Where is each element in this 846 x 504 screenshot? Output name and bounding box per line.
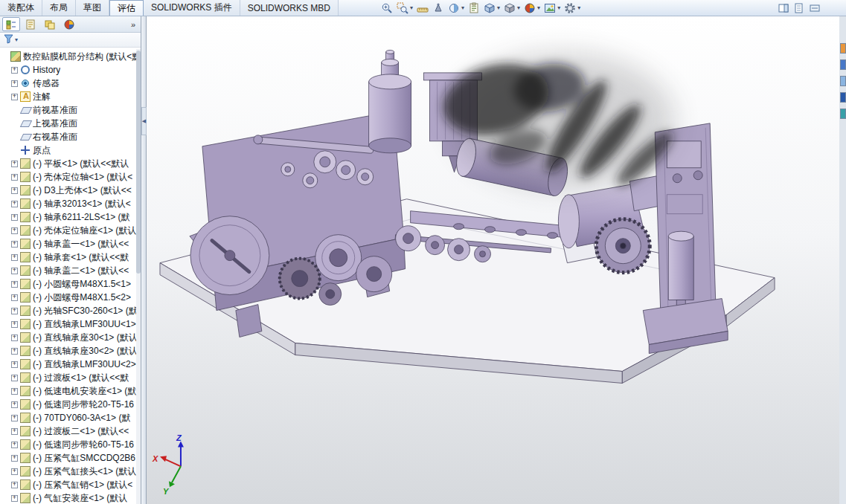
command-tab[interactable]: 布局 (42, 0, 76, 16)
tree-item[interactable]: (-) 轴承盖二<1> (默认<< (1, 264, 136, 277)
panel-splitter[interactable]: ◀ (141, 16, 147, 504)
expand-toggle[interactable] (11, 361, 18, 368)
tree-scrollbar-thumb[interactable] (136, 51, 141, 274)
tree-item[interactable]: (-) 直线轴承座30<2> (默认 (1, 344, 136, 358)
filter-funnel-icon[interactable] (4, 34, 13, 46)
view-palette-tab-icon[interactable] (840, 92, 846, 103)
expand-toggle[interactable] (11, 415, 18, 421)
tree-item[interactable]: (-) 轴承盖一<1> (默认<< (1, 237, 136, 251)
command-tab[interactable]: 装配体 (0, 0, 42, 16)
configurationmanager-tab[interactable] (41, 17, 59, 31)
command-tab[interactable]: 草图 (76, 0, 109, 16)
expand-toggle[interactable] (11, 241, 18, 248)
featuremanager-tab[interactable] (2, 17, 20, 31)
dropdown-caret-icon[interactable]: ▾ (461, 4, 464, 11)
tree-item[interactable]: (-) 直线轴承座30<1> (默认 (1, 331, 136, 344)
tree-item[interactable]: (-) 小圆螺母M48X1.5<2> (1, 291, 136, 304)
expand-toggle[interactable] (11, 482, 18, 488)
tree-item[interactable]: (-) 低速同步带轮60-T5-16 (1, 438, 136, 451)
expand-toggle[interactable] (11, 214, 18, 221)
dropdown-caret-icon[interactable]: ▾ (410, 4, 413, 11)
tree-item[interactable]: (-) 直线轴承LMF30UU<2> (1, 358, 136, 371)
expand-toggle[interactable] (11, 67, 18, 74)
graphics-area[interactable]: Z X Y (147, 16, 839, 504)
panel-collapse-button[interactable]: ◀ (141, 107, 147, 135)
mass-properties-icon[interactable] (431, 1, 445, 15)
view-orientation-icon[interactable] (482, 1, 496, 15)
expand-toggle[interactable] (11, 227, 18, 234)
expand-toggle[interactable] (11, 348, 18, 355)
display-style-icon[interactable] (502, 1, 516, 15)
dropdown-caret-icon[interactable]: ▾ (557, 4, 560, 11)
dropdown-caret-icon[interactable]: ▾ (517, 4, 520, 11)
expand-toggle[interactable] (11, 428, 18, 435)
tree-item[interactable]: (-) 轴承32013<1> (默认< (1, 197, 136, 210)
tree-item[interactable]: (-) 轴承套<1> (默认<<默 (1, 251, 136, 264)
tree-item[interactable]: (-) 轴承6211-2LS<1> (默 (1, 210, 136, 224)
tree-item[interactable]: (-) 小圆螺母M48X1.5<1> (1, 277, 136, 291)
document-pane-icon[interactable] (793, 2, 805, 14)
expand-toggle[interactable] (11, 254, 18, 261)
tree-item[interactable]: 传感器 (1, 77, 136, 90)
expand-toggle[interactable] (11, 308, 18, 314)
tree-item[interactable]: (-) 过渡板<1> (默认<<默 (1, 371, 136, 384)
tree-item[interactable]: (-) 壳体定位轴座<1> (默认 (1, 224, 136, 237)
tree-item[interactable]: (-) 低速电机安装座<1> (默 (1, 384, 136, 398)
dropdown-caret-icon[interactable]: ▾ (577, 4, 580, 11)
zoom-to-fit-icon[interactable] (379, 1, 394, 15)
tree-item[interactable]: 上视基准面 (1, 117, 136, 130)
tree-item[interactable]: 注解 (1, 90, 136, 103)
view-settings-icon[interactable] (563, 1, 577, 15)
collapse-pane-icon[interactable] (809, 2, 821, 14)
tree-item[interactable]: (-) 光轴SFC30-260<1> (默 (1, 304, 136, 317)
expand-toggle[interactable] (11, 80, 18, 87)
expand-toggle[interactable] (11, 495, 18, 502)
tree-item[interactable]: (-) 平板<1> (默认<<默认 (1, 157, 136, 170)
expand-toggle[interactable] (11, 294, 18, 301)
tree-item[interactable]: (-) 低速同步带轮20-T5-16 (1, 398, 136, 411)
tree-scrollbar[interactable] (136, 49, 141, 504)
dropdown-caret-icon[interactable]: ▾ (497, 4, 500, 11)
expand-toggle[interactable] (11, 201, 18, 207)
evaluate-clipboard-icon[interactable] (467, 1, 481, 15)
measure-icon[interactable] (415, 1, 429, 15)
command-tab[interactable]: SOLIDWORKS MBD (240, 0, 339, 16)
section-view-icon[interactable] (446, 1, 461, 15)
expand-toggle[interactable] (11, 94, 18, 100)
panel-expand-chevron[interactable]: » (128, 20, 138, 29)
tree-item[interactable]: (-) 过渡板二<1> (默认<< (1, 424, 136, 438)
expand-toggle[interactable] (11, 161, 18, 167)
file-explorer-tab-icon[interactable] (840, 76, 846, 86)
tree-item[interactable]: (-) D3上壳体<1> (默认<< (1, 184, 136, 197)
expand-toggle[interactable] (11, 268, 18, 274)
zoom-to-area-icon[interactable] (395, 1, 409, 15)
tree-item[interactable]: (-) 压紧气缸接头<1> (默认 (1, 465, 136, 478)
apply-scene-icon[interactable] (542, 1, 557, 15)
tree-item[interactable]: 原点 (1, 143, 136, 157)
expand-toggle[interactable] (11, 174, 18, 181)
expand-toggle[interactable] (11, 375, 18, 381)
tree-item[interactable]: (-) 压紧气缸SMCCDQ2B6 (1, 451, 136, 465)
expand-toggle[interactable] (11, 442, 18, 448)
expand-toggle[interactable] (11, 187, 18, 194)
expand-toggle[interactable] (11, 281, 18, 288)
tree-item[interactable]: (-) 气缸安装座<1> (默认 (1, 491, 136, 504)
tree-root[interactable]: 数控贴膜机部分结构 (默认<默 (1, 50, 136, 63)
expand-toggle[interactable] (11, 455, 18, 462)
display-pane-icon[interactable] (778, 2, 789, 14)
tree-item[interactable]: (-) 直线轴承LMF30UU<1> (默 (1, 317, 136, 331)
tree-item[interactable]: History (1, 63, 136, 77)
expand-toggle[interactable] (11, 335, 18, 341)
resources-tab-icon[interactable] (840, 43, 846, 54)
tree-item[interactable]: (-) 70TDY060-3A<1> (默 (1, 411, 136, 424)
design-library-tab-icon[interactable] (840, 59, 846, 70)
dropdown-caret-icon[interactable]: ▾ (537, 4, 540, 11)
tree-item[interactable]: 右视基准面 (1, 130, 136, 143)
command-tab[interactable]: 评估 (109, 0, 144, 16)
propertymanager-tab[interactable] (22, 17, 39, 31)
displaymanager-tab[interactable] (60, 17, 78, 31)
filter-caret-icon[interactable]: ▾ (15, 36, 18, 43)
tree-item[interactable]: (-) 壳体定位轴<1> (默认< (1, 170, 136, 184)
expand-toggle[interactable] (11, 388, 18, 395)
tree-item[interactable]: (-) 压紧气缸销<1> (默认< (1, 478, 136, 491)
